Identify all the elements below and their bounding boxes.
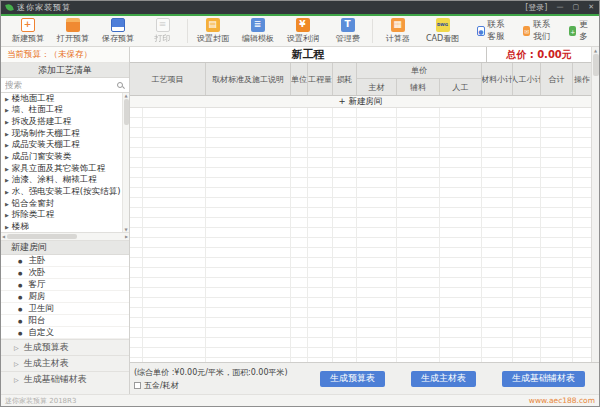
table-cell xyxy=(482,328,513,337)
toolbar-button-more[interactable]: +更多 xyxy=(569,19,591,43)
table-cell xyxy=(308,298,333,307)
toolbar-button-calculator[interactable]: ▦计算器 xyxy=(375,18,420,45)
toolbar-button-new-budget[interactable]: +新建预算 xyxy=(5,18,50,45)
toolbar-button-set-cover[interactable]: ▤设置封面 xyxy=(190,18,235,45)
table-cell xyxy=(291,258,308,267)
table-row xyxy=(130,208,591,218)
checkbox-icon[interactable] xyxy=(134,382,141,389)
table-cell xyxy=(308,248,333,257)
minimize-icon[interactable]: — xyxy=(557,4,564,11)
table-cell xyxy=(333,138,357,147)
table-cell xyxy=(357,308,397,317)
table-cell xyxy=(440,308,482,317)
expand-arrow-icon[interactable]: ▶ xyxy=(5,212,9,218)
toolbar-button-contact-service[interactable]: ●联系客服 xyxy=(477,19,511,43)
search-icon xyxy=(117,82,123,88)
add-process-list-header[interactable]: 添加工艺清单 xyxy=(1,63,129,78)
edit-template-icon: ≣ xyxy=(251,18,265,32)
tree-vertical-scrollbar[interactable]: ▲ ▼ xyxy=(122,93,129,232)
generate-button[interactable]: 生成基础辅材表 xyxy=(502,371,585,387)
scroll-left-icon[interactable]: ◀ xyxy=(2,234,5,239)
table-cell xyxy=(308,318,333,327)
expand-arrow-icon[interactable]: ▶ xyxy=(5,131,9,137)
toolbar-button-edit-template[interactable]: ≣编辑模板 xyxy=(235,18,280,45)
table-cell xyxy=(291,248,308,257)
table-cell xyxy=(541,248,573,257)
room-item[interactable]: ●自定义 xyxy=(1,327,129,339)
toolbar-button-save-budget[interactable]: 保存预算 xyxy=(95,18,140,45)
scroll-up-icon[interactable]: ▲ xyxy=(124,93,127,98)
table-cell xyxy=(308,148,333,157)
room-item[interactable]: ●卫生间 xyxy=(1,303,129,315)
table-vertical-scrollbar[interactable]: ▲ xyxy=(591,47,599,362)
scroll-right-icon[interactable]: ▶ xyxy=(125,234,128,239)
close-icon[interactable]: ✕ xyxy=(588,4,594,11)
expand-arrow-icon[interactable]: ▶ xyxy=(5,96,9,102)
expand-arrow-icon[interactable]: ▶ xyxy=(5,119,9,125)
table-cell xyxy=(308,328,333,337)
generate-button[interactable]: 生成预算表 xyxy=(320,371,385,387)
tree-item[interactable]: ▶成品门窗安装类 xyxy=(1,151,122,163)
login-link[interactable]: [登录] xyxy=(525,2,547,13)
table-row xyxy=(130,238,591,248)
sidebar-generate-item[interactable]: ▷生成预算表 xyxy=(1,339,129,355)
scroll-thumb[interactable] xyxy=(593,54,599,76)
scroll-down-icon[interactable]: ▼ xyxy=(124,227,127,232)
expand-arrow-icon[interactable]: ▶ xyxy=(5,201,9,207)
tree-horizontal-scrollbar[interactable]: ◀ ▶ xyxy=(1,233,129,241)
rooms-section-header[interactable]: 新建房间 xyxy=(1,241,129,255)
room-item[interactable]: ●次卧 xyxy=(1,267,129,279)
scroll-thumb[interactable] xyxy=(7,234,77,239)
tree-item[interactable]: ▶家具立面及其它装饰工程 xyxy=(1,163,122,175)
toolbar-button-management-fee[interactable]: T管理费 xyxy=(325,18,370,45)
sidebar-generate-item[interactable]: ▷生成基础铺材表 xyxy=(1,371,129,387)
process-tree: ▶楼地面工程▶墙、柱面工程▶拆改及搭建工程▶现场制作天棚工程▶成品安装天棚工程▶… xyxy=(1,93,122,233)
scroll-thumb[interactable] xyxy=(124,99,129,125)
tree-item[interactable]: ▶水、强电安装工程(按实结算) xyxy=(1,186,122,198)
table-cell xyxy=(541,268,573,277)
new-room-row-button[interactable]: + 新建房间 xyxy=(130,96,591,108)
generate-button[interactable]: 生成主材表 xyxy=(411,371,476,387)
expand-arrow-icon[interactable]: ▶ xyxy=(5,107,9,113)
search-input[interactable] xyxy=(5,80,117,90)
sidebar-generate-item[interactable]: ▷生成主材表 xyxy=(1,355,129,371)
toolbar-button-set-profit[interactable]: ¥设置利润 xyxy=(280,18,325,45)
hardware-checkbox-row[interactable]: 五金/耗材 xyxy=(134,380,288,391)
tree-item[interactable]: ▶墙、柱面工程 xyxy=(1,105,122,117)
tree-item[interactable]: ▶楼梯 xyxy=(1,221,122,233)
tree-item[interactable]: ▶拆除类工程 xyxy=(1,210,122,222)
table-row xyxy=(130,248,591,258)
tree-item[interactable]: ▶楼地面工程 xyxy=(1,93,122,105)
table-cell xyxy=(206,158,291,167)
toolbar-button-contact-us[interactable]: ✉联系我们 xyxy=(523,19,557,43)
expand-arrow-icon[interactable]: ▶ xyxy=(5,166,9,172)
table-cell xyxy=(397,328,440,337)
room-item[interactable]: ●客厅 xyxy=(1,279,129,291)
expand-arrow-icon[interactable]: ▶ xyxy=(5,177,9,183)
table-cell xyxy=(573,158,591,167)
tree-item[interactable]: ▶油漆、涂料、糊裱工程 xyxy=(1,175,122,187)
tree-item-label: 成品安装天棚工程 xyxy=(12,140,80,152)
tree-item[interactable]: ▶成品安装天棚工程 xyxy=(1,140,122,152)
tree-item[interactable]: ▶拆改及搭建工程 xyxy=(1,116,122,128)
room-item[interactable]: ●阳台 xyxy=(1,315,129,327)
table-cell xyxy=(206,248,291,257)
maximize-icon[interactable]: ▢ xyxy=(573,4,580,11)
expand-arrow-icon[interactable]: ▶ xyxy=(5,189,9,195)
expand-arrow-icon[interactable]: ▶ xyxy=(5,142,9,148)
table-cell xyxy=(291,108,308,117)
toolbar-button-cad-view[interactable]: DWGCAD看图 xyxy=(420,18,465,45)
scroll-up-icon[interactable]: ▲ xyxy=(594,48,597,53)
expand-arrow-icon[interactable]: ▶ xyxy=(5,224,9,230)
room-item[interactable]: ●厨房 xyxy=(1,291,129,303)
expand-arrow-icon[interactable]: ▶ xyxy=(5,154,9,160)
table-cell xyxy=(130,348,143,357)
tree-item[interactable]: ▶铝合金窗封 xyxy=(1,198,122,210)
table-cell xyxy=(397,278,440,287)
room-item[interactable]: ●主卧 xyxy=(1,255,129,267)
table-cell xyxy=(482,248,513,257)
tree-item[interactable]: ▶现场制作天棚工程 xyxy=(1,128,122,140)
website-link[interactable]: www.aec188.com xyxy=(529,396,595,405)
table-cell xyxy=(143,328,206,337)
toolbar-button-open-budget[interactable]: 打开预算 xyxy=(50,18,95,45)
